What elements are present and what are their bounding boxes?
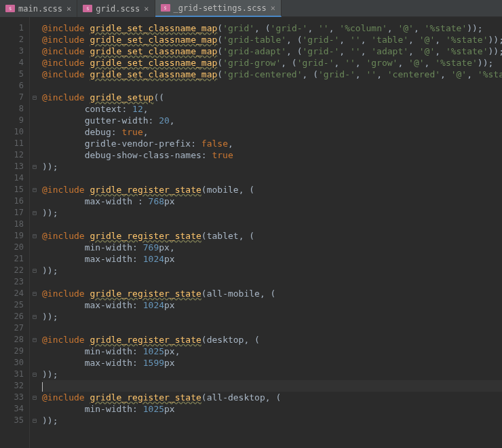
tab-grid-scss[interactable]: S grid.scss × [77,0,155,17]
sass-icon: S [83,5,92,12]
code-area[interactable]: @include gridle_set_classname_map('grid'… [39,17,502,448]
sass-icon: S [161,4,170,12]
editor: 1234567891011121314151617181920212223242… [0,17,502,448]
sass-icon: S [5,5,15,12]
close-icon[interactable]: × [66,4,71,14]
fold-column[interactable]: ⊟⊟⊟⊟⊟⊟⊟⊟⊟⊟⊟⊟ [30,17,39,448]
line-gutter: 1234567891011121314151617181920212223242… [0,17,30,448]
close-icon[interactable]: × [144,4,149,14]
tab-label: _grid-settings.scss [174,3,267,13]
tab-label: grid.scss [96,4,140,14]
close-icon[interactable]: × [271,3,275,13]
tab-label: main.scss [18,4,62,14]
tab-grid-settings-scss[interactable]: S _grid-settings.scss × [155,0,282,17]
tab-bar: S main.scss × S grid.scss × S _grid-sett… [0,0,502,17]
tab-main-scss[interactable]: S main.scss × [0,0,77,17]
